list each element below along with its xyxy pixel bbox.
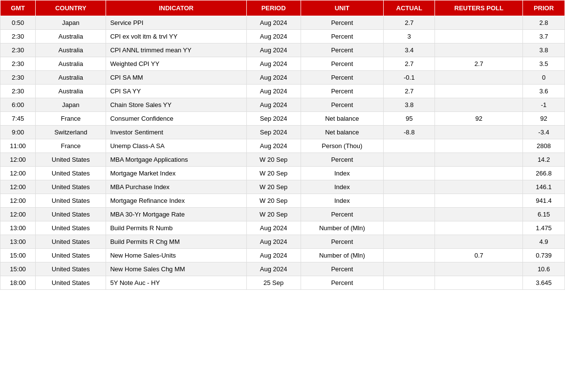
gmt-cell: 13:00 <box>0 235 36 249</box>
gmt-cell: 12:00 <box>0 180 36 194</box>
poll-cell <box>435 71 523 85</box>
indicator-cell: Build Permits R Chg MM <box>106 235 246 249</box>
gmt-cell: 11:00 <box>0 139 36 153</box>
prior-cell: 6.15 <box>523 208 565 221</box>
period-cell: Aug 2024 <box>246 235 301 249</box>
actual-cell <box>384 194 435 208</box>
economic-calendar-table: GMTCOUNTRYINDICATORPERIODUNITACTUALREUTE… <box>0 0 565 290</box>
poll-cell <box>435 221 523 235</box>
country-cell: Australia <box>36 44 106 57</box>
column-header-actual: ACTUAL <box>384 0 435 16</box>
gmt-cell: 15:00 <box>0 249 36 262</box>
column-header-prior: PRIOR <box>523 0 565 16</box>
country-cell: United States <box>36 194 106 208</box>
unit-cell: Index <box>301 167 383 180</box>
period-cell: Aug 2024 <box>246 57 301 71</box>
prior-cell: -3.4 <box>523 126 565 139</box>
period-cell: Aug 2024 <box>246 30 301 44</box>
unit-cell: Net balance <box>301 126 383 139</box>
period-cell: 25 Sep <box>246 276 301 290</box>
table-row: 2:30AustraliaCPI SA YYAug 2024Percent2.7… <box>0 85 565 98</box>
unit-cell: Person (Thou) <box>301 139 383 153</box>
gmt-cell: 9:00 <box>0 126 36 139</box>
period-cell: W 20 Sep <box>246 180 301 194</box>
gmt-cell: 6:00 <box>0 98 36 112</box>
gmt-cell: 0:50 <box>0 16 36 30</box>
indicator-cell: Unemp Class-A SA <box>106 139 246 153</box>
country-cell: Japan <box>36 16 106 30</box>
gmt-cell: 2:30 <box>0 44 36 57</box>
indicator-cell: Mortgage Market Index <box>106 167 246 180</box>
column-header-reuters-poll: REUTERS POLL <box>435 0 523 16</box>
country-cell: United States <box>36 180 106 194</box>
prior-cell: 0.739 <box>523 249 565 262</box>
table-row: 2:30AustraliaWeighted CPI YYAug 2024Perc… <box>0 57 565 71</box>
gmt-cell: 12:00 <box>0 208 36 221</box>
table-row: 15:00United StatesNew Home Sales-UnitsAu… <box>0 249 565 262</box>
table-row: 2:30AustraliaCPI ANNL trimmed mean YYAug… <box>0 44 565 57</box>
gmt-cell: 2:30 <box>0 71 36 85</box>
indicator-cell: New Home Sales-Units <box>106 249 246 262</box>
indicator-cell: CPI ANNL trimmed mean YY <box>106 44 246 57</box>
unit-cell: Percent <box>301 208 383 221</box>
gmt-cell: 12:00 <box>0 167 36 180</box>
table-row: 18:00United States5Y Note Auc - HY25 Sep… <box>0 276 565 290</box>
period-cell: Sep 2024 <box>246 112 301 126</box>
prior-cell: 3.7 <box>523 30 565 44</box>
actual-cell: -0.1 <box>384 71 435 85</box>
unit-cell: Percent <box>301 71 383 85</box>
prior-cell: 0 <box>523 71 565 85</box>
prior-cell: 1.475 <box>523 221 565 235</box>
indicator-cell: 5Y Note Auc - HY <box>106 276 246 290</box>
table-row: 6:00JapanChain Store Sales YYAug 2024Per… <box>0 98 565 112</box>
period-cell: Aug 2024 <box>246 221 301 235</box>
indicator-cell: MBA Mortgage Applications <box>106 153 246 167</box>
country-cell: France <box>36 112 106 126</box>
actual-cell: 2.7 <box>384 57 435 71</box>
actual-cell: 2.7 <box>384 85 435 98</box>
table-row: 13:00United StatesBuild Permits R Chg MM… <box>0 235 565 249</box>
column-header-period: PERIOD <box>246 0 301 16</box>
indicator-cell: Investor Sentiment <box>106 126 246 139</box>
indicator-cell: MBA 30-Yr Mortgage Rate <box>106 208 246 221</box>
indicator-cell: MBA Purchase Index <box>106 180 246 194</box>
actual-cell <box>384 221 435 235</box>
column-header-unit: UNIT <box>301 0 383 16</box>
gmt-cell: 2:30 <box>0 85 36 98</box>
gmt-cell: 2:30 <box>0 30 36 44</box>
prior-cell: -1 <box>523 98 565 112</box>
actual-cell: -8.8 <box>384 126 435 139</box>
poll-cell <box>435 208 523 221</box>
table-row: 2:30AustraliaCPI SA MMAug 2024Percent-0.… <box>0 71 565 85</box>
poll-cell <box>435 139 523 153</box>
column-header-country: COUNTRY <box>36 0 106 16</box>
unit-cell: Percent <box>301 235 383 249</box>
period-cell: Aug 2024 <box>246 44 301 57</box>
country-cell: United States <box>36 262 106 276</box>
gmt-cell: 2:30 <box>0 57 36 71</box>
poll-cell <box>435 167 523 180</box>
poll-cell: 0.7 <box>435 249 523 262</box>
poll-cell <box>435 98 523 112</box>
prior-cell: 4.9 <box>523 235 565 249</box>
table-row: 0:50JapanService PPIAug 2024Percent2.72.… <box>0 16 565 30</box>
actual-cell: 2.7 <box>384 16 435 30</box>
unit-cell: Percent <box>301 44 383 57</box>
poll-cell <box>435 16 523 30</box>
prior-cell: 146.1 <box>523 180 565 194</box>
actual-cell <box>384 262 435 276</box>
indicator-cell: Consumer Confidence <box>106 112 246 126</box>
actual-cell <box>384 249 435 262</box>
unit-cell: Percent <box>301 153 383 167</box>
poll-cell <box>435 85 523 98</box>
indicator-cell: New Home Sales Chg MM <box>106 262 246 276</box>
indicator-cell: Service PPI <box>106 16 246 30</box>
table-row: 12:00United StatesMBA Purchase IndexW 20… <box>0 180 565 194</box>
country-cell: Australia <box>36 30 106 44</box>
gmt-cell: 18:00 <box>0 276 36 290</box>
unit-cell: Percent <box>301 98 383 112</box>
period-cell: Aug 2024 <box>246 85 301 98</box>
poll-cell <box>435 180 523 194</box>
prior-cell: 3.6 <box>523 85 565 98</box>
prior-cell: 3.645 <box>523 276 565 290</box>
